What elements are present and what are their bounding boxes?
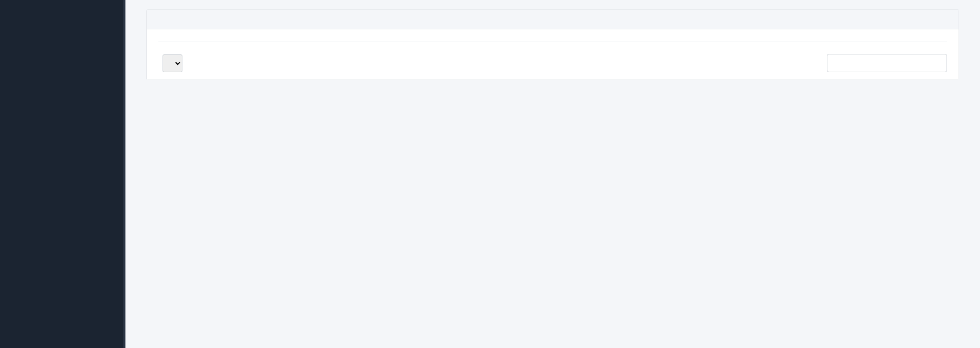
policy-panel	[146, 9, 959, 80]
table-controls	[158, 54, 947, 72]
panel-header	[147, 10, 959, 29]
sidebar	[0, 0, 125, 348]
sidebar-section-configure	[0, 0, 123, 7]
panel-body	[147, 29, 959, 80]
search-input[interactable]	[827, 54, 947, 72]
entries-select[interactable]	[163, 54, 182, 72]
main-content	[125, 0, 980, 348]
tabs	[158, 41, 947, 41]
